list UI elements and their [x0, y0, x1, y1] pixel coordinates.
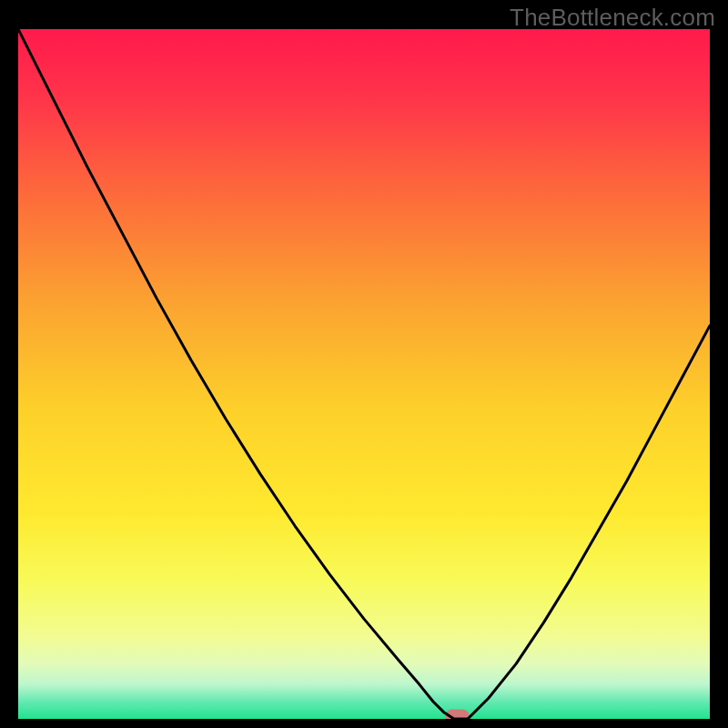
plot-area	[18, 29, 710, 719]
watermark-text: TheBottleneck.com	[510, 4, 715, 32]
chart-svg	[18, 29, 710, 719]
chart-frame: TheBottleneck.com	[0, 0, 728, 728]
gradient-rect	[18, 29, 710, 719]
